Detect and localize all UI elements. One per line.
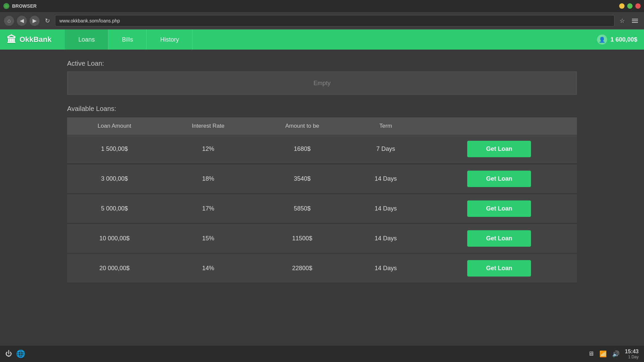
maximize-button[interactable]: [627, 3, 633, 9]
screen-icon: 🖥: [588, 350, 594, 357]
cell-action: Get Loan: [422, 135, 577, 164]
table-row: 10 000,00$ 15% 11500$ 14 Days Get Loan: [67, 224, 577, 253]
nav-links: Loans Bills History: [65, 29, 597, 50]
back-button[interactable]: ◀: [17, 16, 27, 26]
cell-rate: 15%: [162, 224, 255, 253]
cell-action: Get Loan: [422, 253, 577, 283]
volume-icon: 🔊: [612, 350, 620, 358]
table-row: 1 500,00$ 12% 1680$ 7 Days Get Loan: [67, 135, 577, 164]
main-content: Active Loan: Empty Available Loans: Loan…: [0, 50, 644, 294]
home-button[interactable]: ⌂: [4, 16, 14, 26]
nav-loans[interactable]: Loans: [65, 29, 108, 50]
taskbar-time: 15:43 1 Day: [625, 349, 639, 359]
cell-total: 3540$: [255, 164, 350, 194]
cell-rate: 14%: [162, 253, 255, 283]
bank-icon: 🏛: [7, 34, 16, 45]
cell-term: 14 Days: [350, 224, 422, 253]
get-loan-button[interactable]: Get Loan: [467, 260, 531, 277]
table-row: 3 000,00$ 18% 3540$ 14 Days Get Loan: [67, 164, 577, 194]
cell-rate: 18%: [162, 164, 255, 194]
table-row: 5 000,00$ 17% 5850$ 14 Days Get Loan: [67, 194, 577, 224]
available-loans-title: Available Loans:: [67, 105, 577, 113]
cell-amount: 1 500,00$: [67, 135, 162, 164]
date-display: 1 Day: [625, 355, 639, 359]
brand-name: OkkBank: [19, 35, 51, 44]
get-loan-button[interactable]: Get Loan: [467, 141, 531, 157]
title-bar-controls: [619, 3, 641, 9]
power-icon[interactable]: ⏻: [5, 350, 12, 358]
cell-amount: 10 000,00$: [67, 224, 162, 253]
cell-amount: 3 000,00$: [67, 164, 162, 194]
reload-button[interactable]: ↻: [42, 16, 52, 26]
time-display: 15:43: [625, 349, 639, 355]
menu-button[interactable]: [630, 16, 640, 26]
cell-term: 14 Days: [350, 253, 422, 283]
cell-amount: 5 000,00$: [67, 194, 162, 224]
browser-bar: ⌂ ◀ ▶ ↻ ☆: [0, 12, 644, 29]
active-loan-title: Active Loan:: [67, 60, 577, 67]
get-loan-button[interactable]: Get Loan: [467, 171, 531, 187]
active-loan-box: Empty: [67, 71, 577, 95]
title-bar-title: BROWSER: [12, 3, 37, 9]
forward-button[interactable]: ▶: [30, 16, 40, 26]
cell-total: 1680$: [255, 135, 350, 164]
table-row: 20 000,00$ 14% 22800$ 14 Days Get Loan: [67, 253, 577, 283]
cell-total: 5850$: [255, 194, 350, 224]
bookmark-button[interactable]: ☆: [617, 16, 627, 26]
cell-term: 7 Days: [350, 135, 422, 164]
table-header-row: Loan Amount Interest Rate Amount to be T…: [67, 117, 577, 135]
cell-rate: 17%: [162, 194, 255, 224]
col-action: [422, 117, 577, 135]
address-bar[interactable]: [55, 15, 614, 26]
nav-bar: 🏛 OkkBank Loans Bills History 👤 1 600,00…: [0, 29, 644, 50]
cell-total: 11500$: [255, 224, 350, 253]
cell-term: 14 Days: [350, 194, 422, 224]
cell-amount: 20 000,00$: [67, 253, 162, 283]
cell-total: 22800$: [255, 253, 350, 283]
cell-action: Get Loan: [422, 224, 577, 253]
taskbar-right: 🖥 📶 🔊 15:43 1 Day: [588, 349, 639, 359]
col-term: Term: [350, 117, 422, 135]
balance-amount: 1 600,00$: [610, 36, 637, 43]
active-loan-empty: Empty: [313, 80, 330, 87]
taskbar: ⏻ 🌐 🖥 📶 🔊 15:43 1 Day: [0, 345, 644, 362]
brand: 🏛 OkkBank: [7, 34, 51, 45]
nav-bills[interactable]: Bills: [108, 29, 147, 50]
get-loan-button[interactable]: Get Loan: [467, 200, 531, 217]
balance-section: 👤 1 600,00$: [597, 35, 637, 45]
col-interest-rate: Interest Rate: [162, 117, 255, 135]
wifi-icon: 📶: [599, 350, 607, 358]
balance-icon: 👤: [597, 35, 607, 45]
col-loan-amount: Loan Amount: [67, 117, 162, 135]
minimize-button[interactable]: [619, 3, 625, 9]
get-loan-button[interactable]: Get Loan: [467, 230, 531, 247]
globe-icon[interactable]: 🌐: [16, 350, 25, 358]
loans-table: Loan Amount Interest Rate Amount to be T…: [67, 117, 577, 284]
cell-action: Get Loan: [422, 164, 577, 194]
browser-icon: [3, 3, 9, 9]
nav-history[interactable]: History: [147, 29, 193, 50]
col-amount-to-be: Amount to be: [255, 117, 350, 135]
close-button[interactable]: [635, 3, 641, 9]
cell-term: 14 Days: [350, 164, 422, 194]
cell-rate: 12%: [162, 135, 255, 164]
cell-action: Get Loan: [422, 194, 577, 224]
title-bar: BROWSER: [0, 0, 644, 12]
